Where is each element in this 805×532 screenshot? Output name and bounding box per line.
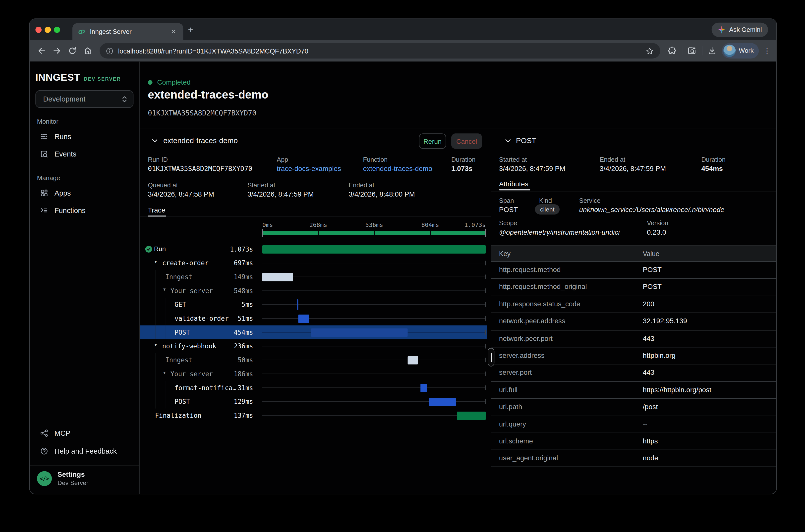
attribute-row-user-agent-original[interactable]: user_agent.originalnode: [491, 450, 776, 467]
tab-close-icon[interactable]: ✕: [169, 27, 178, 36]
forward-icon[interactable]: [49, 43, 65, 58]
span-bar[interactable]: [421, 384, 427, 392]
trace-row-get[interactable]: GET5ms: [139, 298, 491, 311]
trace-row-create-order[interactable]: ▾create-order697ms: [139, 256, 491, 270]
attribute-row-network-peer-address[interactable]: network.peer.address32.192.95.139: [491, 312, 776, 330]
trace-row-inngest[interactable]: Inngest50ms: [139, 353, 491, 367]
timeline-end-tick: [485, 288, 486, 293]
attribute-row-url-query[interactable]: url.query--: [491, 416, 776, 433]
meta-value-function[interactable]: extended-traces-demo: [363, 165, 432, 172]
cancel-button[interactable]: Cancel: [451, 133, 482, 149]
status-label: Completed: [157, 79, 191, 86]
trace-row-your-server[interactable]: ▾Your server548ms: [139, 284, 491, 298]
timeline-track: [262, 360, 486, 360]
url-bar[interactable]: localhost:8288/run?runID=01KJXTWA35SA8D2…: [99, 43, 660, 58]
profile-chip[interactable]: Work: [722, 43, 759, 58]
span-bar[interactable]: [311, 328, 408, 337]
trace-row-post[interactable]: POST129ms: [139, 395, 491, 408]
minimize-window-button[interactable]: [44, 26, 51, 33]
tree-guide: [155, 367, 156, 381]
trace-row-validate-order[interactable]: validate-order51ms: [139, 311, 491, 325]
pane-divider-scrollbar[interactable]: [488, 348, 494, 366]
profile-label: Work: [739, 47, 754, 55]
extensions-icon[interactable]: [664, 43, 680, 58]
download-icon[interactable]: [705, 43, 720, 58]
collapse-chevron-icon[interactable]: [504, 137, 512, 145]
browser-menu-icon[interactable]: ⋮: [761, 46, 773, 56]
sidebar-item-settings[interactable]: </> Settings Dev Server: [37, 471, 88, 487]
trace-row-format-notifica-[interactable]: format-notifica…31ms: [139, 381, 491, 395]
attribute-row-url-full[interactable]: url.fullhttps://httpbin.org/post: [491, 381, 776, 398]
environment-select[interactable]: Development: [35, 90, 133, 108]
reading-mode-icon[interactable]: [684, 43, 700, 58]
span-bar[interactable]: [262, 245, 486, 253]
main-area: Completed extended-traces-demo 01KJXTWA3…: [139, 62, 776, 494]
meta-value-duration: 1.073s: [451, 165, 472, 172]
span-duration: 51ms: [217, 315, 253, 322]
trace-row-post[interactable]: POST454ms: [139, 325, 487, 339]
new-tab-icon[interactable]: +: [188, 25, 193, 34]
span-bar[interactable]: [262, 273, 294, 281]
attributes-table-header: Key Value: [491, 246, 776, 261]
tree-guide: [155, 395, 156, 408]
sidebar-item-apps[interactable]: Apps: [34, 186, 135, 200]
span-bar[interactable]: [457, 411, 486, 420]
bookmark-star-icon[interactable]: [642, 43, 657, 58]
reload-icon[interactable]: [65, 43, 80, 58]
home-icon[interactable]: [80, 43, 96, 58]
attribute-row-network-peer-port[interactable]: network.peer.port443: [491, 330, 776, 347]
row-caret-icon[interactable]: ▾: [163, 370, 166, 375]
rerun-button[interactable]: Rerun: [419, 133, 446, 149]
logo-wordmark: INNGEST: [35, 72, 80, 83]
attribute-row-http-request-method-original[interactable]: http.request.method_originalPOST: [491, 279, 776, 296]
span-name: POST: [174, 398, 190, 405]
page-title: extended-traces-demo: [148, 88, 268, 102]
span-bar[interactable]: [408, 356, 418, 364]
sidebar-item-help-and-feedback[interactable]: Help and Feedback: [34, 444, 135, 458]
back-icon[interactable]: [34, 43, 49, 58]
tab-trace[interactable]: Trace: [148, 206, 165, 214]
attribute-row-url-scheme[interactable]: url.schemehttps: [491, 433, 776, 450]
timeline-minimap[interactable]: [262, 231, 486, 235]
site-info-icon[interactable]: [106, 47, 113, 55]
span-bar[interactable]: [298, 314, 309, 322]
timeline-track: [262, 374, 486, 374]
sidebar-item-label: MCP: [55, 429, 71, 437]
attribute-row-url-path[interactable]: url.path/post: [491, 398, 776, 416]
trace-row-run[interactable]: Run1.073s: [139, 242, 491, 256]
row-caret-icon[interactable]: ▾: [154, 259, 157, 265]
ask-gemini-button[interactable]: Ask Gemini: [712, 23, 768, 37]
trace-row-finalization[interactable]: Finalization137ms: [139, 408, 491, 422]
span-bar[interactable]: [297, 299, 298, 310]
tab-title: Inngest Server: [90, 28, 169, 35]
attribute-key: network.peer.address: [499, 317, 565, 325]
span-bar[interactable]: [429, 397, 456, 405]
timeline-track: [262, 263, 486, 263]
attribute-row-http-response-status-code[interactable]: http.response.status_code200: [491, 296, 776, 313]
trace-row-inngest[interactable]: Inngest149ms: [139, 270, 491, 284]
url-text[interactable]: localhost:8288/run?runID=01KJXTWA35SA8D2…: [118, 47, 642, 55]
maximize-window-button[interactable]: [54, 26, 60, 33]
attribute-value: 32.192.95.139: [643, 317, 687, 325]
close-window-button[interactable]: [35, 26, 41, 33]
sidebar-item-label: Events: [55, 150, 76, 158]
attribute-row-server-address[interactable]: server.addresshttpbin.org: [491, 347, 776, 364]
meta-value-app[interactable]: trace-docs-examples: [277, 165, 341, 172]
row-caret-icon[interactable]: ▾: [154, 342, 157, 348]
sidebar-item-functions[interactable]: Functions: [34, 203, 135, 218]
attribute-row-server-port[interactable]: server.port443: [491, 364, 776, 381]
meta-label: Started at: [247, 182, 275, 189]
gemini-star-icon: [718, 26, 726, 34]
minimap-divider: [318, 231, 319, 235]
trace-row-your-server[interactable]: ▾Your server186ms: [139, 367, 491, 381]
browser-tab[interactable]: Inngest Server ✕: [72, 23, 184, 40]
attribute-row-http-request-method[interactable]: http.request.methodPOST: [491, 261, 776, 279]
sidebar-item-mcp[interactable]: MCP: [34, 426, 135, 440]
tree-guide: [155, 381, 156, 395]
sidebar-item-runs[interactable]: Runs: [34, 129, 135, 144]
row-caret-icon[interactable]: ▾: [163, 287, 166, 292]
trace-row-notify-webhook[interactable]: ▾notify-webhook236ms: [139, 339, 491, 353]
sidebar-item-events[interactable]: Events: [34, 147, 135, 161]
collapse-chevron-icon[interactable]: [151, 137, 158, 145]
tab-attributes[interactable]: Attributes: [499, 180, 528, 188]
